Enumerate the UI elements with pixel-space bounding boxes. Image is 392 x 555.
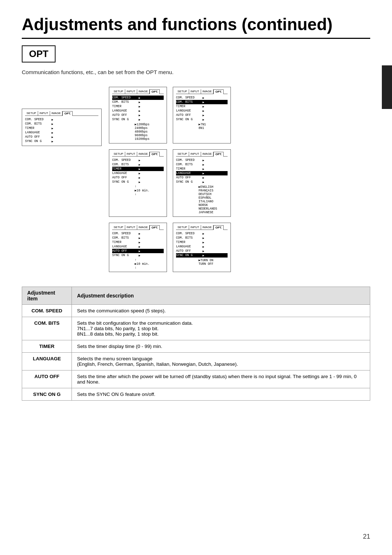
screens-area: SETUP INPUT IMAGE OPT. COM. SPEED ▶ COM.… [22,87,370,272]
lang-english: ▶ENGLISH [199,185,228,189]
page-title: Adjustments and functions (continued) [22,15,370,39]
table-row-item: COM. SPEED [22,305,72,317]
tab-setup: SETUP [25,111,38,116]
sync-turn-off: TURN OFF [199,262,228,266]
table-row-desc: Sets the timer display time (0 - 99) min… [72,340,370,353]
adjustment-table: Adjustment item Adjustment description C… [22,287,370,401]
menu-row-com-bits: COM. BITS ▶ [25,122,98,126]
menu-row-language: LANGUAGE ▶ [25,130,98,135]
menu-screen-main: SETUP INPUT IMAGE OPT. COM. SPEED ▶ COM.… [22,109,102,146]
item-sync-on-g-selected: SYNC ON G ▶ [176,253,228,258]
lang-nederlands: NEDERLANDS [199,207,228,211]
table-row-item: SYNC ON G [22,388,72,401]
speed-9600: 9600bps [135,134,164,137]
page-number: 21 [363,533,370,540]
col-header-item: Adjustment item [22,287,72,305]
screen-com-speed: SETUP INPUT IMAGE OPT. COM. SPEED ▶ COM.… [109,87,167,143]
lang-francais: FRANÇAIS [199,189,228,193]
main-menu-screen: SETUP INPUT IMAGE OPT. COM. SPEED ▶ COM.… [22,87,102,272]
lang-italiano: ITALIANO [199,200,228,203]
table-row-item: TIMER [22,340,72,353]
tab-opt: OPT. [62,111,73,116]
table-row-desc: Sets the bit configuration for the commu… [72,317,370,340]
screen-com-bits: SETUP INPUT IMAGE OPT. COM. SPEED▶ COM. … [173,87,231,143]
screen-row-2: SETUP INPUT IMAGE OPT. COM. SPEED▶ COM. … [109,149,370,217]
item-com-speed-selected: COM. SPEED ▶ [112,96,164,100]
autooff-10min: ▶10 min. [135,262,164,266]
table-row-item: COM. BITS [22,317,72,340]
lang-espanol: ESPAÑOL [199,196,228,200]
menu-row-auto-off: AUTO OFF ▶ [25,135,98,139]
menu-tab-bar: SETUP INPUT IMAGE OPT. [25,111,98,116]
item-timer-selected: TIMER ▶ [112,167,164,171]
lang-deutsch: DEUTSCH [199,193,228,196]
tab-bar: SETUP INPUT IMAGE OPT. [112,89,164,94]
item-auto-off-selected: AUTO OFF ▶ [112,249,164,253]
timer-10min: ▶10 min. [135,189,164,193]
menu-row-com-speed: COM. SPEED ▶ [25,117,98,122]
intro-text: Communication functions, etc., can be se… [22,69,370,75]
menu-row-sync-on-g: SYNC ON G ▶ [25,139,98,143]
screen-language: SETUP INPUT IMAGE OPT. COM. SPEED▶ COM. … [173,149,231,217]
submenu-screens: SETUP INPUT IMAGE OPT. COM. SPEED ▶ COM.… [109,87,370,272]
item-com-bits-selected: COM. BITS ▶ [176,100,228,104]
bits-7n1: ▶7N1 [199,122,228,126]
screen-auto-off: SETUP INPUT IMAGE OPT. COM. SPEED▶ COM. … [109,223,167,272]
bits-8n1: 8N1 [199,126,228,130]
table-row-desc: Selects the menu screen language(English… [72,353,370,370]
timer-up: ↑ [135,185,164,189]
screen-row-1: SETUP INPUT IMAGE OPT. COM. SPEED ▶ COM.… [109,87,370,143]
screen-sync-on-g: SETUP INPUT IMAGE OPT. COM. SPEED▶ COM. … [173,223,231,272]
sync-turn-on: ▶TURN ON [199,258,228,262]
speed-1200: ▶1200bps [135,122,164,126]
item-language-selected: LANGUAGE ▶ [176,171,228,175]
table-row-desc: Sets the time after which the power will… [72,370,370,388]
section-label: OPT [22,45,56,62]
speed-2400: 2400bps [135,126,164,130]
side-tab [382,65,392,109]
tab-image: IMAGE [50,111,63,116]
autooff-up: ↑ [135,258,164,262]
lang-norsk: NORSK [199,203,228,207]
autooff-down: ↓ [135,266,164,270]
screen-row-3: SETUP INPUT IMAGE OPT. COM. SPEED▶ COM. … [109,223,370,272]
table-row-desc: Sets the communication speed (5 steps). [72,305,370,317]
timer-down: ↓ [135,193,164,196]
menu-row-timer: TIMER ▶ [25,126,98,130]
tab-input: INPUT [38,111,50,116]
lang-japanese: JAPANESE [199,211,228,214]
table-row-desc: Sets the SYNC ON G feature on/off. [72,388,370,401]
table-row-item: LANGUAGE [22,353,72,370]
speed-4800: 4800bps [135,130,164,134]
col-header-desc: Adjustment description [72,287,370,305]
speed-19200: 19200bps [135,137,164,141]
table-row-item: AUTO OFF [22,370,72,388]
screen-timer: SETUP INPUT IMAGE OPT. COM. SPEED▶ COM. … [109,149,167,217]
